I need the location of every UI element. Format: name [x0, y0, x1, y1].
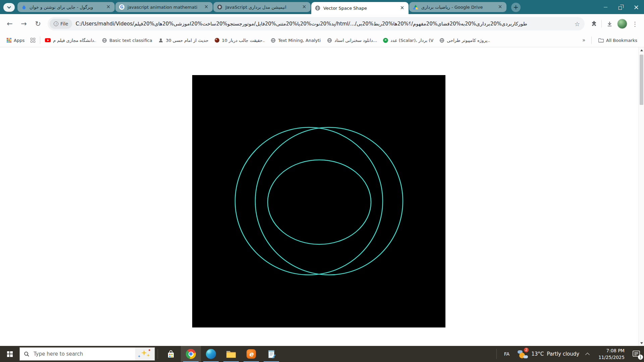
- reload-button[interactable]: ↻: [31, 17, 45, 31]
- taskbar-app-notepad[interactable]: [261, 346, 281, 362]
- tab-close-icon[interactable]: ×: [203, 4, 209, 10]
- tab-google-drive[interactable]: ریاضیات برداری - Google Drive ×: [409, 2, 506, 12]
- taskbar-app-file-explorer[interactable]: [221, 346, 241, 362]
- virgool-icon: [21, 4, 27, 10]
- bookmark-item[interactable]: Basic text classificati...: [99, 36, 155, 45]
- bookmark-item[interactable]: پروژه کامپیوتر طراحی...: [437, 36, 492, 45]
- microsoft-store-icon: [166, 350, 175, 359]
- triangle-down-icon: [640, 342, 643, 344]
- clock-time: 7:08 PM: [598, 347, 625, 354]
- bookmark-item[interactable]: عدد (Scalar)، بردار (V...: [380, 36, 436, 45]
- taskbar-app-e-browser[interactable]: e: [241, 346, 261, 362]
- restore-button[interactable]: [613, 0, 629, 14]
- download-icon: [606, 21, 613, 27]
- profile-avatar[interactable]: [616, 17, 629, 30]
- google-icon: G: [119, 4, 125, 10]
- vertical-scrollbar[interactable]: [638, 47, 644, 346]
- taskbar-app-chrome[interactable]: [181, 346, 201, 362]
- tab-google-search[interactable]: G javascript animation mathemati ×: [115, 2, 213, 12]
- bookmark-label: Text Mining, Analyti...: [278, 38, 321, 43]
- bookmark-item[interactable]: دانشگاه مجازی فیلم م...: [42, 36, 99, 45]
- bookmark-label: 30 حدیث از امام حسی...: [166, 38, 209, 43]
- search-highlights-button[interactable]: [135, 348, 155, 360]
- folder-icon: [598, 38, 604, 43]
- close-icon: ×: [634, 4, 639, 10]
- apps-label: Apps: [14, 38, 24, 43]
- taskbar-app-store[interactable]: [161, 346, 181, 362]
- person-icon: [158, 38, 163, 43]
- taskbar-divider: [158, 349, 158, 359]
- bookmark-item[interactable]: 10 حقیقت جالب دربار...: [212, 36, 267, 45]
- browser-menu-button[interactable]: ⋮: [629, 17, 641, 30]
- scheme-label: File: [60, 21, 68, 26]
- bookmark-item[interactable]: 30 حدیث از امام حسی...: [156, 36, 211, 45]
- tab-title: ریاضیات برداری - Google Drive: [421, 5, 494, 10]
- tab-search-button[interactable]: [3, 3, 15, 12]
- forward-button[interactable]: →: [17, 17, 31, 31]
- address-bar[interactable]: i File C:/Users/mahdi/Videos/پد%20نوت%20…: [48, 17, 585, 31]
- new-tab-button[interactable]: +: [511, 3, 521, 12]
- bookmark-label: 10 حقیقت جالب دربار...: [222, 38, 265, 43]
- taskbar: e FA 2 13°C Partly cloudy 7:08 PM 11/25/…: [0, 346, 644, 362]
- bookmark-item[interactable]: دانلود سخنرانی استاد...: [324, 36, 380, 45]
- downloads-button[interactable]: [603, 17, 616, 30]
- tab-virgool[interactable]: ویرگول - جایی برای نوشتن و خوان ×: [17, 2, 115, 12]
- tab-close-icon[interactable]: ×: [497, 4, 503, 10]
- bookmarks-divider: [40, 37, 40, 44]
- weather-badge: 2: [524, 348, 529, 352]
- bookmark-label: عدد (Scalar)، بردار (V...: [390, 38, 433, 43]
- avatar: [617, 19, 627, 29]
- url-text[interactable]: C:/Users/mahdi/Videos/پد%20نوت%20یا%20مت…: [75, 21, 571, 27]
- sparkle-icon: [138, 355, 141, 358]
- tab-close-icon[interactable]: ×: [301, 4, 307, 10]
- triangle-up-icon: [640, 49, 643, 51]
- all-bookmarks-label: All Bookmarks: [606, 38, 637, 43]
- all-bookmarks-button[interactable]: All Bookmarks: [596, 36, 640, 45]
- action-center-button[interactable]: 1: [629, 346, 644, 362]
- search-input[interactable]: [33, 351, 132, 357]
- tab-title: javascript animation mathemati: [127, 5, 201, 10]
- language-indicator[interactable]: FA: [499, 351, 514, 357]
- tab-chatgpt[interactable]: JavaScript انیمیشن مدل برداری ×: [213, 2, 311, 12]
- taskbar-app-edge[interactable]: [201, 346, 221, 362]
- taskbar-search-box[interactable]: [19, 347, 155, 361]
- scroll-up-button[interactable]: [639, 47, 644, 53]
- tab-vector-space-shape[interactable]: Vector Space Shape ×: [311, 2, 409, 14]
- page-canvas: [192, 75, 445, 327]
- hidden-icons-chevron[interactable]: [585, 353, 590, 357]
- apps-grid-icon: [7, 38, 11, 43]
- chatgpt-icon: [217, 4, 223, 10]
- bookmark-item[interactable]: Text Mining, Analyti...: [268, 36, 324, 45]
- back-button[interactable]: ←: [3, 17, 17, 31]
- tab-title: ویرگول - جایی برای نوشتن و خوان: [30, 5, 103, 10]
- tabs: ویرگول - جایی برای نوشتن و خوان × G java…: [17, 0, 507, 14]
- clock-date: 11/25/2025: [598, 354, 625, 361]
- toolbar-divider: [601, 20, 602, 27]
- start-button[interactable]: [0, 346, 19, 362]
- puzzle-icon: [591, 21, 597, 27]
- minimize-button[interactable]: [598, 0, 613, 14]
- graduation-cap-icon: [383, 38, 388, 43]
- scroll-down-button[interactable]: [639, 340, 644, 346]
- tiles-bookmark[interactable]: [28, 36, 38, 45]
- site-info-chip[interactable]: i File: [50, 19, 72, 29]
- extensions-button[interactable]: [587, 17, 600, 30]
- weather-widget[interactable]: 2 13°C Partly cloudy: [514, 349, 583, 359]
- close-window-button[interactable]: ×: [629, 0, 644, 14]
- bookmarks-overflow-button[interactable]: »: [580, 37, 587, 43]
- restore-icon: [619, 5, 624, 10]
- tab-title: Vector Space Shape: [323, 6, 396, 11]
- tab-title: JavaScript انیمیشن مدل برداری: [225, 5, 299, 10]
- bookmark-star-icon[interactable]: ☆: [575, 20, 580, 27]
- scrollbar-thumb[interactable]: [640, 55, 643, 105]
- weather-condition-label: Partly cloudy: [547, 351, 579, 357]
- temperature-label: 13°C: [531, 351, 544, 357]
- info-icon: i: [54, 21, 58, 26]
- tab-close-icon[interactable]: ×: [105, 4, 111, 10]
- tray-divider: [496, 349, 497, 359]
- sparkle-icon: [141, 350, 147, 356]
- tab-close-icon[interactable]: ×: [399, 5, 405, 11]
- taskbar-clock[interactable]: 7:08 PM 11/25/2025: [594, 347, 629, 361]
- apps-shortcut[interactable]: Apps: [4, 36, 27, 45]
- file-explorer-icon: [226, 350, 236, 358]
